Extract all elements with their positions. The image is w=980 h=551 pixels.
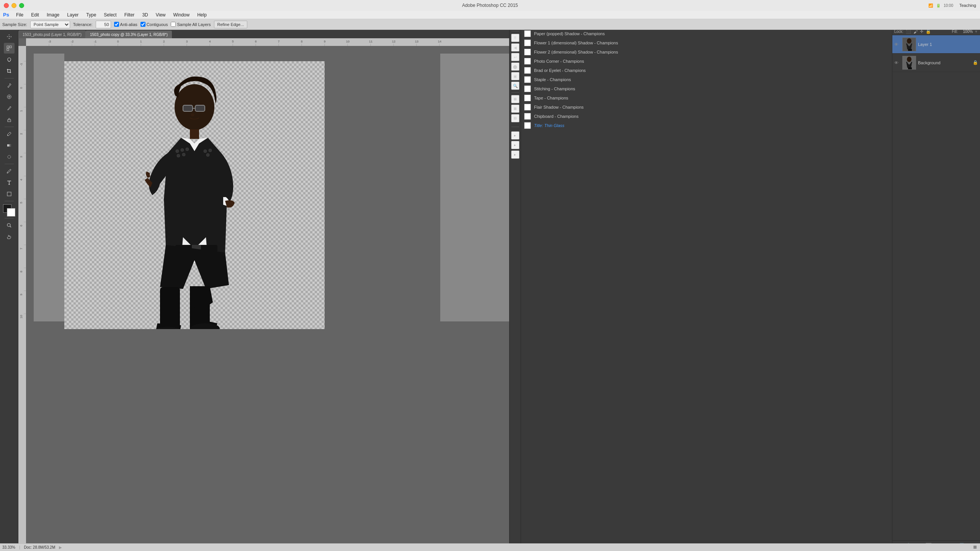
status-bar: 33.33% | Doc: 28.8M/53.2M ▶ — [0, 543, 980, 551]
eyedropper-tool[interactable] — [4, 80, 15, 91]
menu-edit[interactable]: Edit — [28, 11, 42, 18]
background-color[interactable] — [7, 208, 15, 217]
ruler-top: -3 -2 -1 0 1 2 3 4 5 6 7 8 9 10 11 12 13… — [26, 38, 509, 46]
battery-icon: 🔋 — [936, 3, 941, 8]
stamp-tool[interactable] — [4, 114, 15, 125]
sample-all-layers-check[interactable]: Sample All Layers — [171, 22, 211, 27]
svg-rect-10 — [26, 38, 509, 46]
layer-visibility-layer1[interactable]: 👁 — [894, 42, 900, 47]
menu-window[interactable]: Window — [170, 11, 193, 18]
style-item[interactable]: Staple - Champions — [521, 75, 892, 84]
canvas-transparent-area[interactable] — [64, 61, 325, 329]
contiguous-check[interactable]: Contiguous — [140, 22, 168, 27]
magic-wand-tool[interactable] — [4, 43, 15, 54]
menu-3d[interactable]: 3D — [139, 11, 151, 18]
menu-layer[interactable]: Layer — [64, 11, 82, 18]
art-history[interactable]: ↩ — [511, 53, 519, 61]
healing-tool[interactable] — [4, 91, 15, 102]
svg-text:8: 8 — [20, 271, 23, 272]
3d-object[interactable]: ▣ — [511, 72, 519, 80]
svg-text:-2: -2 — [71, 40, 74, 43]
doc-size: Doc: 28.8M/53.2M — [24, 545, 56, 549]
fill-label: Fill: — [952, 29, 958, 34]
menu-filter[interactable]: Filter — [121, 11, 138, 18]
style-item[interactable]: Flower 2 (dimensional) Shadow - Champion… — [521, 47, 892, 57]
gradient-tool[interactable] — [4, 140, 15, 151]
minimize-panel[interactable]: ◀ — [511, 43, 519, 52]
blur-tool[interactable] — [4, 152, 15, 162]
svg-point-82 — [182, 153, 185, 156]
style-item[interactable]: Flower 1 (dimensional) Shadow - Champion… — [521, 38, 892, 47]
lock-paint-icon[interactable]: 🖌 — [913, 29, 918, 34]
svg-text:3: 3 — [20, 156, 23, 158]
menu-help[interactable]: Help — [194, 11, 210, 18]
brush-tool[interactable] — [4, 103, 15, 114]
arrange-icon[interactable]: ⠿ — [511, 34, 519, 42]
svg-text:12: 12 — [392, 40, 395, 43]
file-tab-1[interactable]: 1503_photo.psd (Layer 1, RGB/8*) — [18, 31, 86, 38]
layer-visibility-background[interactable]: 👁 — [894, 60, 900, 65]
svg-text:7: 7 — [20, 248, 23, 249]
minimize-button[interactable] — [11, 3, 16, 8]
style-item[interactable]: Flair Shadow - Champions — [521, 103, 892, 112]
style-item[interactable]: Brad or Eyelet - Champions — [521, 66, 892, 75]
layer-item-background[interactable]: 👁 Background 🔒 — [892, 54, 980, 72]
shape-tool[interactable] — [4, 189, 15, 199]
panel-arr-6[interactable]: ▸ — [511, 150, 519, 159]
app-logo: Ps — [3, 12, 9, 18]
style-item[interactable]: Chipboard - Champions — [521, 112, 892, 121]
hand-tool[interactable] — [4, 231, 15, 242]
sponge-tool[interactable]: ⬤ — [511, 62, 519, 71]
style-item[interactable]: Tape - Champions — [521, 93, 892, 103]
swatches-panel: Swatches Styles ≡ Paper (flat) Shadow - … — [521, 0, 892, 551]
svg-text:11: 11 — [369, 40, 372, 43]
panel-arr-5[interactable]: ▸ — [511, 141, 519, 149]
anti-alias-check[interactable]: Anti-alias — [114, 22, 137, 27]
menu-type[interactable]: Type — [83, 11, 99, 18]
panel-arr-3[interactable]: ⊟ — [511, 114, 519, 122]
canvas-document[interactable] — [26, 46, 509, 543]
crop-tool[interactable] — [4, 66, 15, 77]
tolerance-input[interactable] — [96, 21, 111, 28]
fill-stepper[interactable]: ▼ — [974, 29, 978, 34]
move-tool[interactable] — [4, 31, 15, 42]
svg-rect-100 — [973, 546, 977, 549]
svg-point-93 — [907, 38, 911, 44]
style-item[interactable]: Title: Thin Glass — [521, 121, 892, 130]
panel-arr-4[interactable]: ▸ — [511, 131, 519, 140]
layer-item-layer1[interactable]: 👁 Layer 1 — [892, 35, 980, 54]
svg-point-6 — [8, 155, 11, 158]
menu-select[interactable]: Select — [101, 11, 119, 18]
svg-text:14: 14 — [438, 40, 441, 43]
svg-text:1: 1 — [20, 110, 23, 112]
layer-thumbnail-layer1 — [902, 37, 916, 51]
style-item[interactable]: Paper (popped) Shadow - Champions — [521, 29, 892, 38]
svg-text:2: 2 — [163, 40, 165, 43]
pen-tool[interactable] — [4, 166, 15, 176]
zoom-in-btn[interactable]: 🔍 — [511, 82, 519, 90]
style-item[interactable]: Photo Corner - Champions — [521, 57, 892, 66]
close-button[interactable] — [4, 3, 9, 8]
refine-edge-button[interactable]: Refine Edge... — [214, 21, 248, 28]
text-tool[interactable] — [4, 177, 15, 188]
svg-rect-0 — [7, 46, 9, 48]
menu-file[interactable]: File — [13, 11, 26, 18]
svg-text:9: 9 — [20, 293, 23, 295]
panel-arr-2[interactable]: ⊠ — [511, 104, 519, 113]
styles-list: Paper (flat) Shadow - Champions Paper (r… — [521, 9, 892, 551]
eraser-tool[interactable] — [4, 129, 15, 139]
svg-point-78 — [176, 150, 179, 153]
style-item[interactable]: Stitching - Champions — [521, 84, 892, 93]
menu-view[interactable]: View — [153, 11, 169, 18]
svg-rect-77 — [190, 129, 199, 139]
svg-text:5: 5 — [20, 202, 23, 204]
svg-point-7 — [7, 173, 8, 173]
lasso-tool[interactable] — [4, 54, 15, 65]
svg-text:-1: -1 — [20, 63, 23, 66]
file-tab-2[interactable]: 1503_photo copy @ 33.3% (Layer 1, RGB/8*… — [86, 31, 172, 38]
fullscreen-button[interactable] — [19, 3, 24, 8]
sample-size-select[interactable]: Point Sample 3 by 3 Average 5 by 5 Avera… — [30, 21, 70, 28]
menu-image[interactable]: Image — [44, 11, 62, 18]
zoom-tool[interactable] — [4, 220, 15, 231]
panel-arr-1[interactable]: ⊞ — [511, 95, 519, 103]
